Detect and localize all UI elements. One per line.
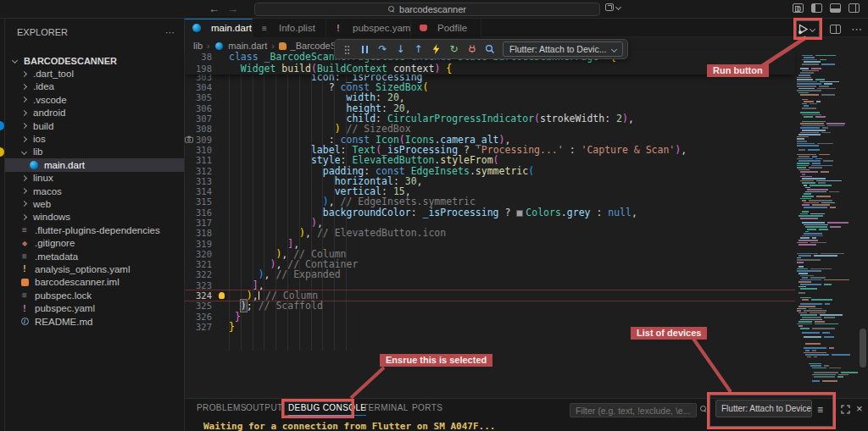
list-icon: ≡ — [19, 290, 30, 300]
code-line-313[interactable]: 313 horizontal: 30, — [185, 176, 795, 186]
inspect-widget-icon[interactable] — [481, 41, 498, 58]
command-center-search[interactable]: barcodescanner — [254, 3, 600, 16]
chevron-right-icon — [21, 84, 27, 90]
code-line-317[interactable]: 317 ), — [185, 218, 795, 228]
step-out-icon[interactable]: ↑ — [410, 41, 426, 58]
tree-item-label: README.md — [35, 317, 92, 327]
tree-item-label: windows — [33, 212, 70, 222]
tab-pubspec-yaml[interactable]: ! pubspec.yaml — [326, 19, 411, 37]
tab-info-plist[interactable]: ≡ Info.plist — [253, 19, 326, 37]
launch-profile-button[interactable] — [605, 3, 620, 11]
panel-tab-debug-console[interactable]: DEBUG CONSOLE — [288, 403, 366, 416]
breadcrumb-item[interactable]: lib — [193, 41, 203, 51]
tree-item-readme-md[interactable]: iREADME.md — [5, 315, 184, 328]
tree-item-analysis-options-yaml[interactable]: !analysis_options.yaml — [5, 262, 184, 275]
code-line-311[interactable]: 311 style: ElevatedButton.styleFrom( — [185, 155, 795, 165]
line-number: 318 — [193, 228, 219, 238]
tree-item--dart-tool[interactable]: .dart_tool — [5, 67, 184, 80]
code-line-306[interactable]: 306 height: 20, — [185, 103, 795, 113]
panel-tab-output[interactable]: OUTPUT — [246, 403, 283, 412]
toggle-sidebar-right-icon[interactable] — [849, 3, 860, 13]
file-tree: BARCODESCANNER.dart_tool.idea.vscodeandr… — [5, 54, 184, 328]
line-number: 316 — [193, 207, 219, 218]
code-line-310[interactable]: 310 label: Text(_isProcessing ? 'Process… — [185, 145, 795, 155]
tree-item-android[interactable]: android — [5, 107, 184, 119]
tree-item--idea[interactable]: .idea — [5, 80, 184, 93]
filter-search-icon[interactable] — [700, 406, 707, 412]
tree-item-web[interactable]: web — [5, 197, 184, 210]
close-panel-icon[interactable]: × — [856, 402, 863, 415]
more-actions-icon[interactable]: ⋯ — [165, 27, 175, 38]
code-line-321[interactable]: 321 ), // Container — [185, 259, 795, 269]
hot-restart-icon[interactable]: ↻ — [446, 41, 462, 58]
tree-item-label: barcodescanner.iml — [35, 277, 120, 287]
panel-tab-terminal[interactable]: TERMINAL — [363, 403, 409, 412]
toggle-panel-icon[interactable] — [830, 3, 841, 13]
code-line-305[interactable]: 305 width: 20, — [185, 92, 795, 102]
split-editor-icon[interactable] — [830, 25, 841, 34]
code-line-312[interactable]: 312 padding: const EdgeInsets.symmetric( — [185, 165, 795, 175]
hot-reload-icon[interactable] — [428, 41, 444, 58]
tab-main-dart[interactable]: main.dart × — [185, 19, 253, 37]
scrollbar-thumb[interactable] — [860, 329, 866, 367]
panel-device-dropdown[interactable]: Flutter: Attach to Device (! — [715, 400, 812, 417]
disconnect-icon[interactable] — [464, 41, 480, 58]
code-line-318[interactable]: 318 ), // ElevatedButton.icon — [185, 228, 795, 238]
customize-layout-icon[interactable] — [793, 3, 804, 13]
tree-item--gitignore[interactable]: ◆.gitignore — [5, 236, 184, 249]
code-line-315[interactable]: 315 ), // EdgeInsets.symmetric — [185, 196, 795, 207]
breadcrumb-separator: › — [207, 41, 209, 51]
drag-grip-icon[interactable] — [339, 41, 355, 58]
code-line-309[interactable]: 309 : const Icon(Icons.camera_alt), — [185, 134, 795, 144]
tree-item--flutter-plugins-dependencies[interactable]: ≡.flutter-plugins-dependencies — [5, 224, 184, 236]
tree-item-barcodescanner[interactable]: BARCODESCANNER — [5, 54, 184, 67]
code-line-314[interactable]: 314 vertical: 15, — [185, 186, 795, 196]
code-line-323[interactable]: 323 ], — [185, 280, 795, 290]
tree-item--metadata[interactable]: ≡.metadata — [5, 250, 184, 262]
code-line-308[interactable]: 308 ) // SizedBox — [185, 124, 795, 134]
tree-item-lib[interactable]: lib — [5, 146, 184, 158]
back-arrow-icon[interactable]: ← — [209, 3, 220, 15]
lightbulb-icon[interactable] — [219, 292, 225, 299]
code-line-198[interactable]: 198 Widget build(BuildContext context) { — [185, 63, 795, 75]
tree-item-main-dart[interactable]: main.dart — [5, 158, 184, 171]
code-line-320[interactable]: 320 ), // Column — [185, 249, 795, 259]
tree-item--vscode[interactable]: .vscode — [5, 93, 184, 106]
filter-input[interactable] — [570, 403, 697, 417]
code-line-325[interactable]: 325 ); // Scaffold — [185, 301, 795, 311]
code-line-326[interactable]: 326 } — [185, 312, 795, 322]
panel-tab-problems[interactable]: PROBLEMS — [197, 403, 247, 412]
launch-profile-icon — [605, 3, 614, 11]
run-debug-icon — [798, 24, 809, 35]
tree-item-pubspec-lock[interactable]: ≡pubspec.lock — [5, 289, 184, 301]
tree-item-ios[interactable]: ios — [5, 132, 184, 145]
minimap[interactable] — [795, 51, 858, 388]
clear-console-icon[interactable]: ≡ — [817, 404, 823, 416]
device-dropdown[interactable]: Flutter: Attach to Devic... — [503, 41, 623, 57]
tree-item-macos[interactable]: macos — [5, 185, 184, 197]
maximize-panel-icon[interactable] — [841, 405, 850, 416]
toggle-sidebar-left-icon[interactable] — [811, 3, 822, 13]
tree-item-build[interactable]: build — [5, 119, 184, 132]
tree-item-linux[interactable]: linux — [5, 172, 184, 185]
tree-item-pubspec-yaml[interactable]: !pubspec.yaml — [5, 301, 184, 314]
run-button[interactable] — [798, 21, 820, 36]
panel-tab-ports[interactable]: PORTS — [412, 403, 442, 412]
code-line-307[interactable]: 307 child: CircularProgressIndicator(str… — [185, 113, 795, 124]
code-line-304[interactable]: 304 ? const SizedBox( — [185, 82, 795, 92]
breadcrumb-item[interactable]: main.dart — [228, 41, 267, 51]
code-line-319[interactable]: 319 ], — [185, 238, 795, 248]
code-line-322[interactable]: 322 ), // Expanded — [185, 269, 795, 279]
step-over-icon[interactable]: ↷ — [375, 41, 391, 58]
line-number: 315 — [193, 196, 219, 207]
line-number: 324 — [193, 290, 219, 301]
code-line-316[interactable]: 316 backgroundColor: _isProcessing ? Col… — [185, 207, 795, 218]
step-into-icon[interactable]: ↓ — [392, 41, 409, 58]
tree-item-windows[interactable]: windows — [5, 211, 184, 224]
more-actions-icon[interactable]: ⋯ — [851, 23, 863, 36]
tree-item-barcodescanner-iml[interactable]: barcodescanner.iml — [5, 276, 184, 289]
tree-item-label: web — [33, 199, 51, 209]
pause-icon[interactable] — [357, 41, 373, 58]
tab-podfile[interactable]: Podfile — [411, 19, 481, 37]
forward-arrow-icon[interactable]: → — [227, 3, 238, 15]
